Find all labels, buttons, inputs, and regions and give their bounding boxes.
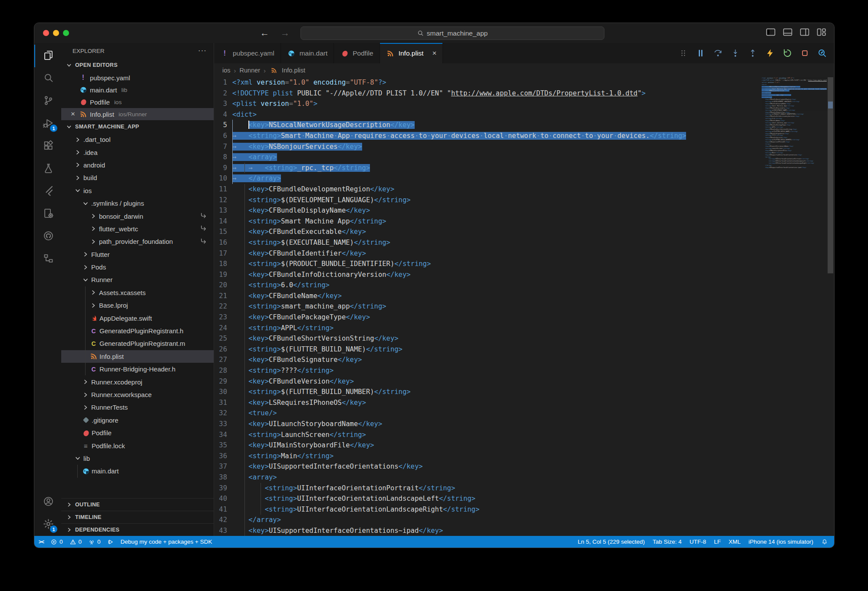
minimize-window-button[interactable] <box>53 30 59 36</box>
tree-item-Runner.xcworkspace[interactable]: Runner.xcworkspace <box>61 388 214 401</box>
code-line[interactable]: 35 <key>UIMainStoryboardFile</key> <box>214 440 760 451</box>
tree-item-android[interactable]: android <box>61 159 214 171</box>
restart-button[interactable] <box>782 48 792 58</box>
code-line[interactable]: 18 <string>$(PRODUCT_BUNDLE_IDENTIFIER)<… <box>214 259 760 269</box>
status-item-ln[interactable]: Ln 5, Col 5 (229 selected) <box>578 538 645 545</box>
step-into-button[interactable] <box>730 48 740 58</box>
tree-item-Runner-Bridging-Header.h[interactable]: CRunner-Bridging-Header.h <box>61 363 214 375</box>
tree-item-Runner[interactable]: Runner <box>61 273 214 286</box>
code-line[interactable]: 14 <string>Smart Machine App</string> <box>214 216 760 227</box>
code-line[interactable]: 12 <string>$(DEVELOPMENT_LANGUAGE)</stri… <box>214 195 760 206</box>
tree-item-ios[interactable]: ios <box>61 184 214 197</box>
code-line[interactable]: 3 <plist version="1.0"> <box>214 98 760 109</box>
toggle-secondary-sidebar-button[interactable] <box>800 28 809 38</box>
open-editor-main.dart[interactable]: main.dart lib <box>61 84 214 96</box>
status-item-0[interactable]: 0 <box>50 538 63 545</box>
activity-item-testing[interactable] <box>34 158 61 180</box>
code-line[interactable]: 29 <key>CFBundleVersion</key> <box>214 376 760 387</box>
code-line[interactable]: 13 <key>CFBundleDisplayName</key> <box>214 205 760 216</box>
open-editor-pubspec.yaml[interactable]: ! pubspec.yaml <box>61 72 214 84</box>
activity-item-search[interactable] <box>34 67 61 90</box>
breadcrumb[interactable]: ios›Runner›Info.plist <box>214 63 834 77</box>
tree-item-Assets.xcassets[interactable]: Assets.xcassets <box>61 286 214 299</box>
code-line[interactable]: 6 →<string>Smart·Machine·App·requires·ac… <box>214 131 760 141</box>
activity-item-references[interactable] <box>34 248 61 270</box>
step-out-button[interactable] <box>748 48 758 58</box>
code-line[interactable]: 5 <key>NSLocalNetworkUsageDescription</k… <box>214 120 760 131</box>
activity-item-extensions[interactable] <box>34 135 61 158</box>
tree-item-GeneratedPluginRegistrant.h[interactable]: CGeneratedPluginRegistrant.h <box>61 325 214 337</box>
stop-button[interactable] <box>800 48 810 58</box>
section-timeline[interactable]: TIMELINE <box>61 511 214 523</box>
status-item[interactable] <box>821 538 828 545</box>
activity-item-source-control[interactable] <box>34 90 61 112</box>
activity-item-run-debug[interactable]: 1 <box>34 112 61 135</box>
code-line[interactable]: 1 <?xml version="1.0" encoding="UTF-8"?> <box>214 77 760 88</box>
hot-reload-button[interactable] <box>765 48 775 58</box>
status-item-0[interactable]: 0 <box>69 538 82 545</box>
forward-button[interactable]: → <box>281 28 290 38</box>
code-line[interactable]: 32 <true/> <box>214 408 760 419</box>
section-open-editors[interactable]: OPEN EDITORS <box>61 59 214 72</box>
code-line[interactable]: 41 <string>UIInterfaceOrientationLandsca… <box>214 504 760 515</box>
command-center-search[interactable]: smart_machine_app <box>300 26 604 40</box>
zoom-window-button[interactable] <box>63 30 69 36</box>
code-line[interactable]: 30 <string>$(FLUTTER_BUILD_NUMBER)</stri… <box>214 387 760 397</box>
code-line[interactable]: 25 <key>CFBundleShortVersionString</key> <box>214 333 760 344</box>
code-line[interactable]: 37 <key>UISupportedInterfaceOrientations… <box>214 461 760 472</box>
activity-item-explorer[interactable] <box>34 45 61 67</box>
more-actions-icon[interactable]: ··· <box>198 46 207 55</box>
code-line[interactable]: 2 <!DOCTYPE plist PUBLIC "-//Apple//DTD … <box>214 88 760 99</box>
activity-item-github[interactable] <box>34 225 61 248</box>
code-line[interactable]: 42 </array> <box>214 515 760 525</box>
tree-item-RunnerTests[interactable]: RunnerTests <box>61 401 214 414</box>
close-window-button[interactable] <box>43 30 49 36</box>
code-line[interactable]: 38 <array> <box>214 472 760 483</box>
minimap[interactable]: <?xml version="1.0" encoding="UTF-8"?><!… <box>762 77 827 536</box>
tree-item-Base.lproj[interactable]: Base.lproj <box>61 299 214 312</box>
code-line[interactable]: 16 <string>$(EXECUTABLE_NAME)</string> <box>214 237 760 248</box>
vertical-scrollbar[interactable] <box>827 77 834 536</box>
step-over-button[interactable] <box>713 48 723 58</box>
breadcrumb-item[interactable]: Runner <box>240 67 261 74</box>
tab-Podfile[interactable]: Podfile <box>334 43 380 63</box>
code-line[interactable]: 34 <string>LaunchScreen</string> <box>214 430 760 440</box>
code-line[interactable]: 23 <key>CFBundlePackageType</key> <box>214 312 760 323</box>
code-line[interactable]: 28 <string>????</string> <box>214 365 760 376</box>
code-line[interactable]: 11 <key>CFBundleDevelopmentRegion</key> <box>214 184 760 195</box>
code-line[interactable]: 40 <string>UIInterfaceOrientationLandsca… <box>214 493 760 504</box>
code-line[interactable]: 21 <key>CFBundleName</key> <box>214 291 760 302</box>
tab-main.dart[interactable]: main.dart <box>281 43 334 63</box>
tree-item-AppDelegate.swift[interactable]: AppDelegate.swift <box>61 312 214 324</box>
code-line[interactable]: 27 <key>CFBundleSignature</key> <box>214 355 760 365</box>
code-line[interactable]: 7 →<key>NSBonjourServices</key> <box>214 141 760 152</box>
code-line[interactable]: 39 <string>UIInterfaceOrientationPortrai… <box>214 483 760 494</box>
section-outline[interactable]: OUTLINE <box>61 498 214 511</box>
status-item[interactable] <box>107 538 114 545</box>
code-line[interactable]: 9 →→<string>_rpc._tcp</string> <box>214 163 760 174</box>
status-item-tab[interactable]: Tab Size: 4 <box>653 538 682 545</box>
code-line[interactable]: 43 <key>UISupportedInterfaceOrientations… <box>214 525 760 536</box>
tree-item-.dart_tool[interactable]: .dart_tool <box>61 133 214 146</box>
toggle-panel-button[interactable] <box>783 28 792 38</box>
customize-layout-button[interactable] <box>817 28 826 38</box>
tree-item-main.dart[interactable]: main.dart <box>61 465 214 477</box>
code-content[interactable]: 1 <?xml version="1.0" encoding="UTF-8"?>… <box>214 77 760 536</box>
tree-item-.symlinks / plugins[interactable]: .symlinks / plugins <box>61 197 214 210</box>
code-line[interactable]: 17 <key>CFBundleIdentifier</key> <box>214 248 760 259</box>
code-line[interactable]: 4 <dict> <box>214 109 760 120</box>
code-line[interactable]: 8 →<array> <box>214 152 760 163</box>
tree-item-Runner.xcodeproj[interactable]: Runner.xcodeproj <box>61 375 214 388</box>
devtools-button[interactable] <box>817 48 827 58</box>
status-item-0[interactable]: 0 <box>88 538 101 545</box>
status-item-iphone[interactable]: iPhone 14 (ios simulator) <box>749 538 813 545</box>
activity-item-settings[interactable]: 1 <box>34 513 61 536</box>
tree-item-Flutter[interactable]: Flutter <box>61 248 214 261</box>
open-editor-Info.plist[interactable]: × Info.plist ios/Runner <box>61 108 214 120</box>
tab-pubspec.yaml[interactable]: ! pubspec.yaml <box>214 43 281 63</box>
tree-item-Info.plist[interactable]: Info.plist <box>61 350 214 363</box>
status-item-debug[interactable]: Debug my code + packages + SDK <box>121 538 212 545</box>
code-line[interactable]: 19 <key>CFBundleInfoDictionaryVersion</k… <box>214 269 760 280</box>
tree-item-build[interactable]: build <box>61 171 214 184</box>
activity-item-accounts[interactable] <box>34 491 61 513</box>
